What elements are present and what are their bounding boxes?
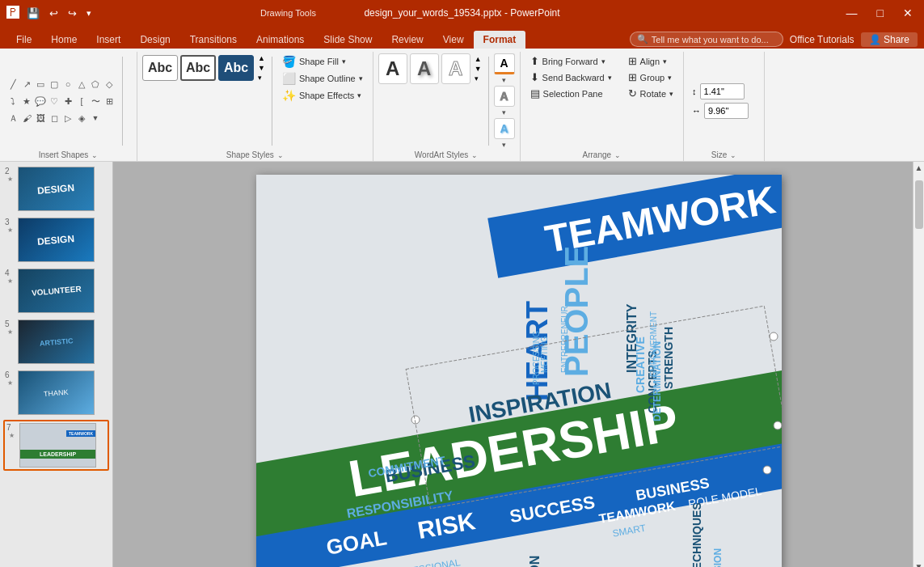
send-backward-button[interactable]: ⬇ Send Backward ▾ <box>525 70 617 85</box>
wordart-styles-expand-icon[interactable]: ⌄ <box>471 151 478 159</box>
slide-thumb-4[interactable]: VOLUNTEER <box>18 269 95 313</box>
restore-button[interactable]: □ <box>872 5 888 21</box>
shape-pentagon[interactable]: ⬠ <box>89 78 102 91</box>
minimize-button[interactable]: — <box>842 5 863 21</box>
shape-extra1[interactable]: ◻ <box>48 112 61 125</box>
quick-save-icon[interactable]: 💾 <box>24 6 42 21</box>
style-swatch-2[interactable]: Abc <box>180 55 216 81</box>
slide-thumb-6[interactable]: THANK <box>18 370 95 415</box>
shape-styles-expand-icon[interactable]: ⌄ <box>277 151 284 159</box>
slide-item-5[interactable]: 5 ★ ARTISTIC <box>3 318 109 366</box>
shape-paint[interactable]: 🖌 <box>20 112 33 125</box>
tab-home[interactable]: Home <box>41 31 86 49</box>
width-input[interactable] <box>704 103 749 119</box>
shape-line[interactable]: ╱ <box>6 78 19 91</box>
v-scroll-thumb[interactable] <box>915 180 923 229</box>
shape-circle[interactable]: ○ <box>61 78 74 91</box>
shape-bracket[interactable]: [ <box>75 95 88 108</box>
style-swatch-3[interactable]: Abc <box>218 55 254 81</box>
text-outline-dropdown[interactable]: ▾ <box>502 108 506 116</box>
shape-cross[interactable]: ✚ <box>61 95 74 108</box>
shape-extra2[interactable]: ▷ <box>61 112 74 125</box>
scroll-down-button[interactable]: ▼ <box>915 562 923 567</box>
shape-star[interactable]: ★ <box>20 95 33 108</box>
tab-animations[interactable]: Animations <box>247 31 314 49</box>
slide-thumb-2[interactable]: DESIGN <box>18 167 95 211</box>
slide-item-7[interactable]: 7 ★ TEAMWORK LEADERSHIP <box>3 420 109 471</box>
share-button[interactable]: 👤 Share <box>861 32 918 47</box>
office-tutorials-link[interactable]: Office Tutorials <box>790 34 854 45</box>
insert-shapes-expand-icon[interactable]: ⌄ <box>91 151 98 159</box>
shape-rounded-rect[interactable]: ▢ <box>48 78 61 91</box>
size-expand-icon[interactable]: ⌄ <box>730 151 736 159</box>
shape-extra3[interactable]: ◈ <box>75 112 88 125</box>
vertical-scrollbar[interactable]: ▲ ▼ <box>913 162 924 567</box>
slide-item-6[interactable]: 6 ★ THANK <box>3 369 109 417</box>
arrange-expand-icon[interactable]: ⌄ <box>614 151 621 159</box>
slide-thumb-7[interactable]: TEAMWORK LEADERSHIP <box>19 423 96 468</box>
tab-view[interactable]: View <box>433 31 474 49</box>
slide-thumb-5[interactable]: ARTISTIC <box>18 319 95 364</box>
align-dropdown-icon[interactable]: ▾ <box>663 57 667 66</box>
align-button[interactable]: ⊞ Align ▾ <box>623 53 678 69</box>
group-button[interactable]: ⊞ Group ▾ <box>623 70 678 85</box>
wordart-btn-outline[interactable]: A <box>441 53 470 84</box>
shape-rect[interactable]: ▭ <box>34 78 47 91</box>
shape-triangle[interactable]: △ <box>75 78 88 91</box>
tab-transitions[interactable]: Transitions <box>180 31 247 49</box>
quick-custom-icon[interactable]: ▾ <box>84 6 94 20</box>
shape-effects-button[interactable]: ✨ Shape Effects ▾ <box>277 87 368 104</box>
shape-diamond[interactable]: ◇ <box>103 78 116 91</box>
slide-item-3[interactable]: 3 ★ DESIGN <box>3 216 109 264</box>
tab-slideshow[interactable]: Slide Show <box>314 31 382 49</box>
shape-more[interactable]: ⊞ <box>103 95 116 108</box>
wordart-next-button[interactable]: ▼ <box>473 64 483 74</box>
shape-fill-dropdown-icon[interactable]: ▾ <box>342 57 346 66</box>
wordart-btn-shadow[interactable]: A <box>410 53 439 84</box>
text-effects-dropdown[interactable]: ▾ <box>502 141 506 149</box>
tab-file[interactable]: File <box>6 31 41 49</box>
tab-review[interactable]: Review <box>382 31 432 49</box>
text-fill-dropdown[interactable]: ▾ <box>502 76 506 84</box>
shape-bent-arrow[interactable]: ⤵ <box>6 95 19 108</box>
close-button[interactable]: ✕ <box>898 5 918 21</box>
tab-insert[interactable]: Insert <box>86 31 130 49</box>
slide-item-2[interactable]: 2 ★ DESIGN <box>3 165 109 213</box>
bring-forward-button[interactable]: ⬆ Bring Forward ▾ <box>525 53 617 69</box>
slide-canvas[interactable]: TEAMWORK LEADERSHIP GOAL RISK SUCCESS BU… <box>256 175 782 567</box>
tab-design[interactable]: Design <box>130 31 179 49</box>
scroll-up-button[interactable]: ▲ <box>915 163 923 172</box>
shape-fill-button[interactable]: 🪣 Shape Fill ▾ <box>277 53 368 70</box>
bring-forward-dropdown-icon[interactable]: ▾ <box>601 57 605 66</box>
shape-image[interactable]: 🖼 <box>34 112 47 125</box>
text-fill-button[interactable]: A <box>494 53 515 74</box>
slide-item-4[interactable]: 4 ★ VOLUNTEER <box>3 267 109 315</box>
shapes-expand-btn[interactable]: ▼ <box>89 112 102 125</box>
selection-pane-button[interactable]: ▤ Selection Pane <box>525 86 617 101</box>
style-next-button[interactable]: ▼ <box>256 63 267 73</box>
wordart-more-button[interactable]: ▾ <box>473 74 483 83</box>
style-swatch-1[interactable]: Abc <box>142 55 178 81</box>
shape-callout[interactable]: 💬 <box>34 95 47 108</box>
shape-effects-dropdown-icon[interactable]: ▾ <box>357 91 361 99</box>
quick-undo-icon[interactable]: ↩ <box>47 6 61 21</box>
height-input[interactable] <box>700 83 745 99</box>
shape-heart[interactable]: ♡ <box>48 95 61 108</box>
tab-format[interactable]: Format <box>474 31 526 49</box>
shape-arrow[interactable]: ↗ <box>20 78 33 91</box>
slide-thumb-3[interactable]: DESIGN <box>18 218 95 262</box>
text-effects-button[interactable]: A <box>494 118 515 139</box>
style-more-button[interactable]: ▾ <box>256 73 267 83</box>
style-prev-button[interactable]: ▲ <box>256 53 267 63</box>
tell-me-input[interactable]: 🔍 Tell me what you want to do... <box>630 32 783 47</box>
shape-outline-dropdown-icon[interactable]: ▾ <box>359 74 363 83</box>
shape-text[interactable]: Ａ <box>6 112 19 125</box>
text-outline-button[interactable]: A <box>494 86 515 107</box>
send-backward-dropdown-icon[interactable]: ▾ <box>608 74 612 82</box>
rotate-dropdown-icon[interactable]: ▾ <box>669 90 673 98</box>
wordart-prev-button[interactable]: ▲ <box>473 54 483 64</box>
shape-outline-button[interactable]: ⬜ Shape Outline ▾ <box>277 70 368 87</box>
quick-redo-icon[interactable]: ↪ <box>65 6 79 21</box>
wordart-btn-plain[interactable]: A <box>378 53 407 84</box>
rotate-button[interactable]: ↻ Rotate ▾ <box>623 86 678 101</box>
